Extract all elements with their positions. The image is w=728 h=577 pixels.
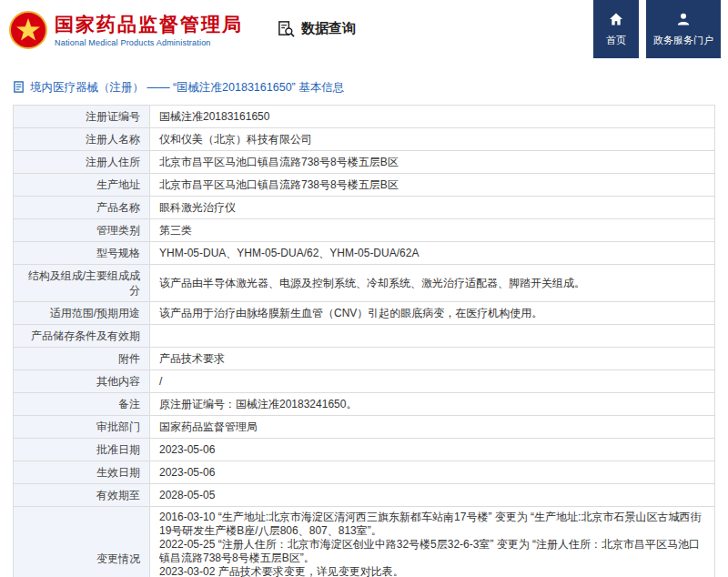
info-table-wrap: 注册证编号国械注准20183161650注册人名称仪和仪美（北京）科技有限公司注… <box>0 103 728 577</box>
row-label: 注册人名称 <box>14 128 150 151</box>
row-value: 北京市昌平区马池口镇昌流路738号8号楼五层B区 <box>150 174 715 197</box>
row-value <box>150 325 715 348</box>
row-label: 生产地址 <box>14 174 150 197</box>
row-value: 国械注准20183161650 <box>150 106 715 128</box>
row-value: 眼科激光治疗仪 <box>150 197 715 219</box>
table-row: 型号规格YHM-05-DUA、YHM-05-DUA/62、YHM-05-DUA/… <box>14 242 715 265</box>
table-row: 注册证编号国械注准20183161650 <box>14 106 715 128</box>
row-label: 审批部门 <box>14 416 150 439</box>
row-value: 产品技术要求 <box>150 348 715 370</box>
table-row: 有效期至2028-05-05 <box>14 484 715 507</box>
brand-text: 国家药品监督管理局 National Medical Products Admi… <box>55 14 243 47</box>
row-label: 产品名称 <box>14 197 150 219</box>
row-label: 型号规格 <box>14 242 150 265</box>
change-record-line: 2023-03-02 产品技术要求变更，详见变更对比表。 <box>159 565 705 577</box>
table-row: 附件产品技术要求 <box>14 348 715 370</box>
table-row: 备注原注册证编号：国械注准20183241650。 <box>14 393 715 416</box>
row-label: 批准日期 <box>14 439 150 461</box>
table-row: 适用范围/预期用途该产品用于治疗由脉络膜新生血管（CNV）引起的眼底病变，在医疗… <box>14 302 715 325</box>
agency-name-cn: 国家药品监督管理局 <box>55 14 243 35</box>
row-value: 仪和仪美（北京）科技有限公司 <box>150 128 715 151</box>
table-row: 生效日期2023-05-06 <box>14 461 715 484</box>
table-row: 生产地址北京市昌平区马池口镇昌流路738号8号楼五层B区 <box>14 174 715 197</box>
user-icon <box>676 12 691 28</box>
section-title: 数据查询 <box>278 20 356 37</box>
row-value: 2023-05-06 <box>150 461 715 484</box>
nav-home[interactable]: 首页 <box>593 0 639 58</box>
row-label: 有效期至 <box>14 484 150 507</box>
row-value: 2016-03-10 “生产地址:北京市海淀区清河西三旗东新都车站南17号楼” … <box>150 507 715 577</box>
agency-name-en: National Medical Products Administration <box>55 38 243 47</box>
table-row: 其他内容/ <box>14 370 715 393</box>
change-record-line: 2016-03-10 “生产地址:北京市海淀区清河西三旗东新都车站南17号楼” … <box>159 511 705 538</box>
home-icon <box>609 12 623 28</box>
row-value: 2023-05-06 <box>150 439 715 461</box>
row-value: 北京市昌平区马池口镇昌流路738号8号楼五层B区 <box>150 151 715 174</box>
nav-gov-portal[interactable]: 政务服务门户 <box>646 0 721 58</box>
table-row: 注册人名称仪和仪美（北京）科技有限公司 <box>14 128 715 151</box>
section-title-label: 数据查询 <box>301 20 356 37</box>
info-table: 注册证编号国械注准20183161650注册人名称仪和仪美（北京）科技有限公司注… <box>13 105 715 577</box>
table-row: 变更情况2016-03-10 “生产地址:北京市海淀区清河西三旗东新都车站南17… <box>14 507 715 577</box>
table-row: 审批部门国家药品监督管理局 <box>14 416 715 439</box>
row-value: 第三类 <box>150 219 715 242</box>
row-label: 结构及组成/主要组成成分 <box>14 265 150 302</box>
table-row: 批准日期2023-05-06 <box>14 439 715 461</box>
header: 国家药品监督管理局 National Medical Products Admi… <box>0 0 728 71</box>
page-icon <box>13 81 25 96</box>
row-label: 注册证编号 <box>14 106 150 128</box>
national-emblem-icon <box>9 11 47 49</box>
brand: 国家药品监督管理局 National Medical Products Admi… <box>9 11 243 49</box>
table-row: 产品名称眼科激光治疗仪 <box>14 197 715 219</box>
breadcrumb: 境内医疗器械（注册） —— “国械注准20183161650” 基本信息 <box>0 71 728 103</box>
row-value: / <box>150 370 715 393</box>
row-label: 产品储存条件及有效期 <box>14 325 150 348</box>
row-value: 2028-05-05 <box>150 484 715 507</box>
row-label: 生效日期 <box>14 461 150 484</box>
row-label: 变更情况 <box>14 507 150 577</box>
data-query-icon <box>278 20 295 37</box>
table-row: 管理类别第三类 <box>14 219 715 242</box>
row-value: 该产品用于治疗由脉络膜新生血管（CNV）引起的眼底病变，在医疗机构使用。 <box>150 302 715 325</box>
page: 国家药品监督管理局 National Medical Products Admi… <box>0 0 728 577</box>
row-label: 其他内容 <box>14 370 150 393</box>
row-value: 原注册证编号：国械注准20183241650。 <box>150 393 715 416</box>
info-table-body: 注册证编号国械注准20183161650注册人名称仪和仪美（北京）科技有限公司注… <box>14 106 715 577</box>
row-label: 附件 <box>14 348 150 370</box>
nav-home-label: 首页 <box>606 34 626 47</box>
row-label: 注册人住所 <box>14 151 150 174</box>
table-row: 产品储存条件及有效期 <box>14 325 715 348</box>
row-label: 管理类别 <box>14 219 150 242</box>
row-label: 备注 <box>14 393 150 416</box>
breadcrumb-text: 境内医疗器械（注册） —— “国械注准20183161650” 基本信息 <box>30 80 344 96</box>
top-nav: 首页 政务服务门户 <box>593 0 721 58</box>
row-value: YHM-05-DUA、YHM-05-DUA/62、YHM-05-DUA/62A <box>150 242 715 265</box>
change-record-line: 2022-05-25 “注册人住所：北京市海淀区创业中路32号楼5层32-6-3… <box>159 538 705 565</box>
row-label: 适用范围/预期用途 <box>14 302 150 325</box>
nav-gov-portal-label: 政务服务门户 <box>653 34 713 47</box>
row-value: 国家药品监督管理局 <box>150 416 715 439</box>
row-value: 该产品由半导体激光器、电源及控制系统、冷却系统、激光治疗适配器、脚踏开关组成。 <box>150 265 715 302</box>
table-row: 注册人住所北京市昌平区马池口镇昌流路738号8号楼五层B区 <box>14 151 715 174</box>
table-row: 结构及组成/主要组成成分该产品由半导体激光器、电源及控制系统、冷却系统、激光治疗… <box>14 265 715 302</box>
